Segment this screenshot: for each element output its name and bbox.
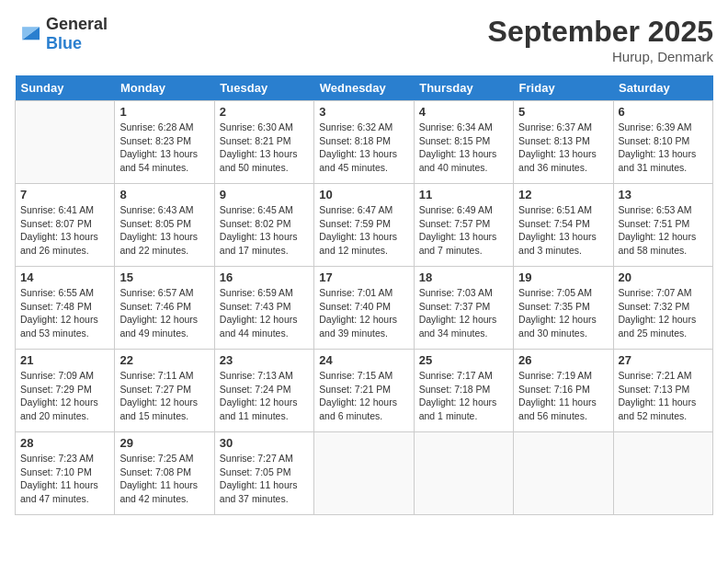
day-info-line: and 45 minutes. — [319, 161, 408, 175]
calendar-day-cell: 3Sunrise: 6:32 AMSunset: 8:18 PMDaylight… — [314, 101, 414, 184]
day-info-line: Sunrise: 7:11 AM — [119, 369, 209, 383]
day-info-line: Sunrise: 6:30 AM — [220, 121, 309, 134]
day-info-line: Daylight: 11 hours — [20, 478, 109, 492]
day-number: 4 — [419, 105, 508, 119]
calendar-day-cell — [414, 432, 513, 515]
calendar-day-cell: 24Sunrise: 7:15 AMSunset: 7:21 PMDayligh… — [314, 350, 414, 432]
calendar-day-cell: 28Sunrise: 7:23 AMSunset: 7:10 PMDayligh… — [16, 432, 115, 515]
day-info-line: Sunset: 7:18 PM — [419, 383, 508, 396]
day-info-line: Sunset: 7:37 PM — [419, 300, 508, 314]
day-number: 25 — [419, 353, 508, 367]
day-info-line: Sunrise: 7:09 AM — [20, 369, 109, 383]
day-info-line: Daylight: 13 hours — [619, 147, 708, 161]
day-info-line: Daylight: 12 hours — [518, 313, 608, 327]
day-info-line: Daylight: 13 hours — [419, 230, 508, 244]
day-info-line: and 22 minutes. — [119, 244, 209, 258]
day-number: 21 — [20, 353, 109, 367]
calendar-day-cell — [314, 432, 414, 515]
day-info-line: Sunset: 8:07 PM — [20, 217, 109, 231]
day-info-line: Sunset: 7:35 PM — [518, 300, 608, 314]
calendar-header-cell: Saturday — [613, 75, 712, 101]
calendar-header-cell: Sunday — [16, 75, 115, 101]
day-info-line: Sunrise: 6:32 AM — [319, 121, 408, 134]
calendar-header-cell: Wednesday — [314, 75, 414, 101]
day-number: 20 — [619, 270, 708, 284]
calendar-day-cell: 2Sunrise: 6:30 AMSunset: 8:21 PMDaylight… — [214, 101, 313, 184]
day-info-line: Sunrise: 6:55 AM — [20, 286, 109, 300]
day-info-line: Sunrise: 6:45 AM — [220, 203, 309, 217]
day-info-line: Sunset: 7:13 PM — [619, 383, 708, 396]
day-info-line: Sunset: 7:51 PM — [619, 217, 708, 231]
day-info-line: and 17 minutes. — [220, 244, 309, 258]
day-number: 12 — [518, 188, 608, 201]
day-info-line: and 49 minutes. — [119, 327, 209, 340]
day-info-line: Daylight: 13 hours — [119, 230, 209, 244]
day-info-line: and 34 minutes. — [419, 327, 508, 340]
day-info-line: Sunset: 7:24 PM — [220, 383, 309, 396]
day-info-line: Sunrise: 7:23 AM — [20, 452, 109, 465]
day-info-line: Sunset: 7:16 PM — [518, 383, 608, 396]
calendar-header-cell: Friday — [514, 75, 613, 101]
calendar-header-row: SundayMondayTuesdayWednesdayThursdayFrid… — [16, 75, 713, 101]
calendar-day-cell: 30Sunrise: 7:27 AMSunset: 7:05 PMDayligh… — [214, 432, 313, 515]
calendar-day-cell: 22Sunrise: 7:11 AMSunset: 7:27 PMDayligh… — [115, 350, 214, 432]
day-info-line: Sunrise: 6:34 AM — [419, 121, 508, 134]
calendar-day-cell: 6Sunrise: 6:39 AMSunset: 8:10 PMDaylight… — [613, 101, 712, 184]
day-number: 28 — [20, 436, 109, 450]
day-number: 16 — [220, 270, 309, 284]
day-info-line: and 44 minutes. — [220, 327, 309, 340]
location: Hurup, Denmark — [488, 49, 713, 64]
day-info-line: Sunset: 8:10 PM — [619, 134, 708, 148]
day-info-line: Daylight: 12 hours — [119, 396, 209, 409]
day-number: 19 — [518, 270, 608, 284]
day-info-line: and 1 minute. — [419, 409, 508, 423]
day-info-line: Daylight: 12 hours — [319, 396, 408, 409]
day-info-line: Daylight: 12 hours — [119, 313, 209, 327]
day-info-line: Sunrise: 6:49 AM — [419, 203, 508, 217]
calendar-day-cell: 10Sunrise: 6:47 AMSunset: 7:59 PMDayligh… — [314, 184, 414, 267]
day-info-line: and 56 minutes. — [518, 409, 608, 423]
day-info-line: Sunrise: 6:53 AM — [619, 203, 708, 217]
day-info-line: Sunrise: 6:41 AM — [20, 203, 109, 217]
day-info-line: Daylight: 13 hours — [20, 230, 109, 244]
day-info-line: Daylight: 12 hours — [20, 396, 109, 409]
day-info-line: Sunrise: 7:05 AM — [518, 286, 608, 300]
day-number: 2 — [220, 105, 309, 119]
day-info-line: and 15 minutes. — [119, 409, 209, 423]
day-info-line: Sunrise: 7:21 AM — [619, 369, 708, 383]
day-number: 29 — [119, 436, 209, 450]
day-info-line: Sunset: 8:02 PM — [220, 217, 309, 231]
day-info-line: and 7 minutes. — [419, 244, 508, 258]
day-info-line: and 25 minutes. — [619, 327, 708, 340]
calendar-week-row: 28Sunrise: 7:23 AMSunset: 7:10 PMDayligh… — [16, 432, 713, 515]
calendar-header-cell: Tuesday — [214, 75, 313, 101]
day-info-line: and 58 minutes. — [619, 244, 708, 258]
day-info-line: Sunset: 7:08 PM — [119, 465, 209, 479]
calendar-week-row: 1Sunrise: 6:28 AMSunset: 8:23 PMDaylight… — [16, 101, 713, 184]
day-number: 27 — [619, 353, 708, 367]
calendar-day-cell: 17Sunrise: 7:01 AMSunset: 7:40 PMDayligh… — [314, 267, 414, 350]
day-info-line: Daylight: 13 hours — [518, 147, 608, 161]
day-info-line: Daylight: 12 hours — [419, 396, 508, 409]
day-info-line: Sunrise: 6:57 AM — [119, 286, 209, 300]
day-info-line: Daylight: 12 hours — [220, 313, 309, 327]
day-number: 22 — [119, 353, 209, 367]
day-number: 13 — [619, 188, 708, 201]
calendar-day-cell: 9Sunrise: 6:45 AMSunset: 8:02 PMDaylight… — [214, 184, 313, 267]
day-info-line: Sunrise: 7:03 AM — [419, 286, 508, 300]
day-number: 26 — [518, 353, 608, 367]
day-info-line: Sunset: 7:21 PM — [319, 383, 408, 396]
day-number: 7 — [20, 188, 109, 201]
calendar-header-cell: Monday — [115, 75, 214, 101]
calendar-day-cell: 19Sunrise: 7:05 AMSunset: 7:35 PMDayligh… — [514, 267, 613, 350]
calendar-table: SundayMondayTuesdayWednesdayThursdayFrid… — [15, 75, 713, 515]
day-info-line: Daylight: 13 hours — [220, 147, 309, 161]
day-info-line: Sunset: 7:48 PM — [20, 300, 109, 314]
day-info-line: and 31 minutes. — [619, 161, 708, 175]
day-number: 23 — [220, 353, 309, 367]
day-info-line: Sunset: 7:57 PM — [419, 217, 508, 231]
calendar-day-cell: 14Sunrise: 6:55 AMSunset: 7:48 PMDayligh… — [16, 267, 115, 350]
calendar-day-cell: 5Sunrise: 6:37 AMSunset: 8:13 PMDaylight… — [514, 101, 613, 184]
calendar-day-cell: 1Sunrise: 6:28 AMSunset: 8:23 PMDaylight… — [115, 101, 214, 184]
day-info-line: Daylight: 12 hours — [20, 313, 109, 327]
